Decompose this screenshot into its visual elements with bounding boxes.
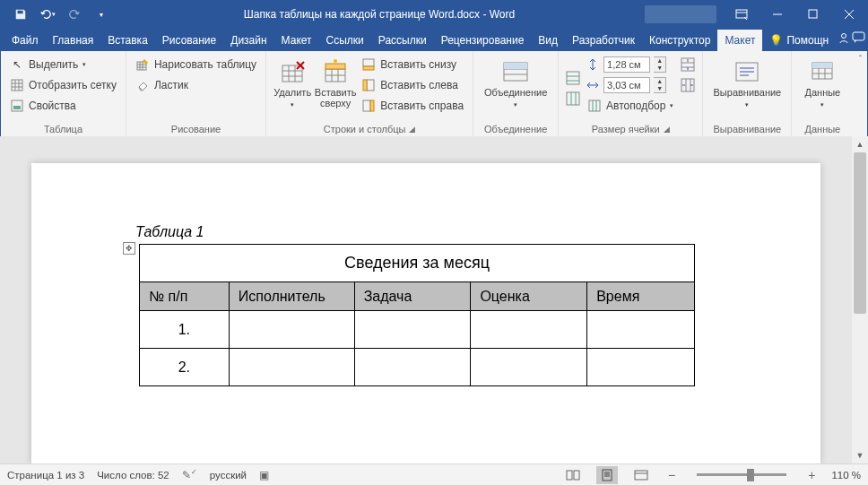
status-language[interactable]: русский — [210, 470, 247, 481]
row-height-input[interactable]: 1,28 см — [603, 56, 650, 73]
header-cell[interactable]: Исполнитель — [229, 282, 354, 311]
eraser-button[interactable]: Ластик — [132, 75, 260, 95]
height-spinner[interactable]: ▲▼ — [654, 56, 666, 73]
scroll-thumb[interactable] — [854, 152, 866, 314]
zoom-in-button[interactable]: + — [804, 468, 819, 482]
insert-left-button[interactable]: Вставить слева — [358, 75, 467, 95]
tab-view[interactable]: Вид — [531, 30, 565, 51]
table-cell[interactable]: 1. — [140, 311, 230, 349]
insert-above-button[interactable]: Вставить сверху — [315, 55, 356, 122]
status-page[interactable]: Страница 1 из 3 — [7, 470, 84, 481]
tab-design[interactable]: Дизайн — [223, 30, 273, 51]
read-mode-button[interactable] — [562, 466, 584, 484]
alignment-icon — [734, 56, 760, 87]
undo-button[interactable]: ▾ — [35, 4, 60, 25]
tab-file[interactable]: Файл — [4, 30, 46, 51]
tab-references[interactable]: Ссылки — [319, 30, 371, 51]
table-caption[interactable]: Таблица 1 — [135, 224, 731, 240]
header-cell[interactable]: № п/п — [140, 282, 230, 311]
delete-button[interactable]: Удалить▾ — [272, 55, 313, 122]
collapse-ribbon-icon[interactable]: ˆ — [859, 55, 862, 65]
qat-customize[interactable]: ▾ — [89, 4, 114, 25]
tab-review[interactable]: Рецензирование — [434, 30, 532, 51]
gridlines-button[interactable]: Отобразить сетку — [6, 75, 120, 95]
tab-home[interactable]: Главная — [46, 30, 101, 51]
save-button[interactable] — [8, 4, 33, 25]
minimize-button[interactable] — [760, 1, 795, 28]
svg-rect-12 — [363, 59, 374, 66]
maximize-button[interactable] — [795, 1, 831, 28]
vertical-scrollbar[interactable]: ▲ ▼ — [852, 136, 868, 463]
share-button[interactable] — [836, 27, 851, 51]
print-layout-button[interactable] — [596, 466, 618, 484]
table-title-cell[interactable]: Сведения за месяц — [140, 245, 695, 282]
redo-button[interactable] — [62, 4, 87, 25]
zoom-out-button[interactable]: − — [664, 468, 679, 482]
autofit-button[interactable]: Автоподбор▾ — [584, 96, 677, 116]
distribute-rows-button[interactable] — [564, 68, 582, 88]
svg-rect-28 — [567, 471, 572, 480]
table-cell[interactable] — [587, 349, 695, 386]
scroll-down-button[interactable]: ▼ — [852, 447, 868, 463]
header-cell[interactable]: Время — [587, 282, 695, 311]
tab-mailings[interactable]: Рассылки — [371, 30, 434, 51]
tab-insert[interactable]: Вставка — [100, 30, 155, 51]
zoom-slider[interactable] — [697, 473, 786, 476]
table-cell[interactable] — [471, 349, 587, 386]
ribbon-options-button[interactable] — [724, 1, 760, 28]
merge-button[interactable]: Объединение▾ — [479, 55, 552, 122]
tab-developer[interactable]: Разработчик — [565, 30, 642, 51]
document-table[interactable]: Сведения за месяц № п/п Исполнитель Зада… — [139, 244, 695, 386]
svg-rect-15 — [363, 80, 367, 91]
macro-icon[interactable]: ▣ — [259, 469, 269, 481]
distribute-cols-btn2[interactable] — [679, 75, 697, 95]
user-account[interactable] — [645, 5, 716, 23]
scroll-up-button[interactable]: ▲ — [852, 136, 868, 152]
table-cell[interactable] — [229, 349, 354, 386]
table-cell[interactable] — [229, 311, 354, 349]
width-spinner[interactable]: ▲▼ — [654, 77, 666, 93]
close-button[interactable] — [831, 1, 867, 28]
table-cell[interactable] — [354, 311, 471, 349]
data-button[interactable]: Данные▾ — [797, 55, 847, 122]
grid-icon — [10, 78, 24, 92]
table-cell[interactable]: 2. — [140, 349, 230, 386]
merge-icon — [502, 56, 529, 87]
distribute-cols-button[interactable] — [564, 89, 582, 108]
table-cell[interactable] — [354, 349, 471, 386]
svg-rect-21 — [567, 92, 579, 105]
page[interactable]: Таблица 1 ✥ Сведения за месяц № п/п Испо… — [31, 163, 820, 463]
tab-table-layout[interactable]: Макет — [717, 30, 762, 51]
rowscols-dialog-launcher[interactable]: ◢ — [409, 125, 415, 134]
insert-left-icon — [361, 78, 376, 92]
tab-layout[interactable]: Макет — [274, 30, 319, 51]
insert-below-button[interactable]: Вставить снизу — [358, 55, 467, 74]
zoom-thumb[interactable] — [747, 469, 754, 481]
table-cell[interactable] — [587, 311, 695, 349]
tell-me[interactable]: 💡Помощн — [762, 30, 836, 51]
group-label-cellsize: Размер ячейки — [592, 124, 660, 134]
spellcheck-icon[interactable]: ✎✓ — [182, 468, 197, 481]
distribute-rows-btn2[interactable] — [679, 55, 697, 74]
table-move-handle[interactable]: ✥ — [123, 242, 135, 255]
status-words[interactable]: Число слов: 52 — [97, 470, 169, 481]
tab-draw[interactable]: Рисование — [155, 30, 223, 51]
alignment-button[interactable]: Выравнивание▾ — [708, 55, 786, 122]
header-cell[interactable]: Оценка — [471, 282, 587, 311]
svg-point-11 — [334, 59, 337, 63]
comments-button[interactable] — [852, 27, 867, 51]
properties-button[interactable]: Свойства — [6, 96, 120, 116]
tab-table-design[interactable]: Конструктор — [642, 30, 717, 51]
cellsize-dialog-launcher[interactable]: ◢ — [664, 125, 670, 134]
header-cell[interactable]: Задача — [354, 282, 471, 311]
web-layout-button[interactable] — [630, 466, 652, 484]
bulb-icon: 💡 — [769, 34, 783, 47]
table-cell[interactable] — [471, 311, 587, 349]
document-canvas[interactable]: Таблица 1 ✥ Сведения за месяц № п/п Испо… — [0, 136, 852, 463]
col-width-input[interactable]: 3,03 см — [603, 77, 650, 93]
insert-right-button[interactable]: Вставить справа — [358, 96, 467, 116]
svg-point-2 — [841, 34, 846, 39]
zoom-level[interactable]: 110 % — [831, 470, 861, 481]
select-button[interactable]: ↖Выделить▾ — [6, 55, 120, 74]
draw-table-button[interactable]: Нарисовать таблицу — [132, 55, 260, 74]
